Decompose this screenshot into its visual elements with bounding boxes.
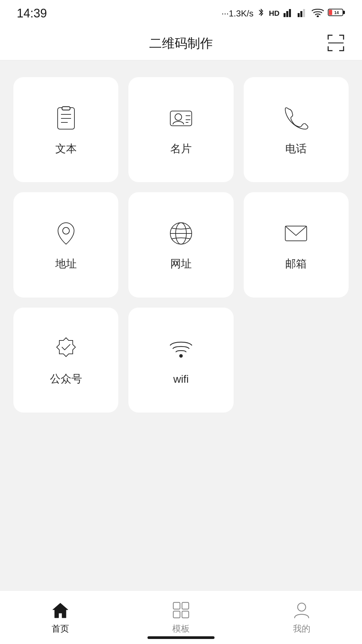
grid-label-phone: 电话 [285,142,307,156]
svg-point-32 [298,603,306,611]
home-icon [50,600,70,620]
template-icon [171,600,191,620]
svg-rect-16 [62,107,70,110]
contact-icon [166,103,196,133]
wifi-status-icon [312,8,324,19]
svg-rect-4 [300,11,302,17]
signal-icon [284,8,294,19]
nav-item-mine[interactable]: 我的 [241,600,362,635]
network-status: ···1.3K/s [222,8,253,19]
status-bar: 14:39 ···1.3K/s HD [0,0,362,27]
user-icon [292,600,312,620]
grid-item-email[interactable]: 邮箱 [244,192,349,297]
grid-label-card: 名片 [170,142,192,156]
grid-item-phone[interactable]: 电话 [244,77,349,182]
location-icon [51,218,81,249]
bottom-nav: 首页 模板 我的 [0,590,362,644]
grid-label-text: 文本 [55,142,77,156]
svg-rect-28 [173,602,180,609]
hd-badge: HD [269,9,280,18]
page-title: 二维码制作 [149,35,213,52]
svg-rect-30 [173,611,180,618]
email-icon [281,218,311,249]
wifi-icon [166,335,196,365]
svg-point-6 [317,16,318,17]
nav-item-home[interactable]: 首页 [0,600,121,635]
grid-item-wifi[interactable]: wifi [128,308,233,413]
grid-label-email: 邮箱 [285,257,307,271]
nav-item-template[interactable]: 模板 [121,600,241,635]
nav-label-home: 首页 [52,623,69,635]
svg-rect-5 [303,9,305,17]
phone-icon [281,103,311,133]
grid-label-wifi: wifi [173,373,189,385]
bluetooth-icon [257,8,265,19]
grid-item-url[interactable]: 网址 [128,192,233,297]
grid-item-address[interactable]: 地址 [13,192,118,297]
main-content: 文本 名片 电话 [0,60,362,429]
grid-item-official[interactable]: 公众号 [13,308,118,413]
svg-point-22 [63,227,69,234]
home-indicator [147,636,215,639]
svg-point-27 [180,355,182,357]
svg-text:14: 14 [334,10,339,15]
signal2-icon [298,8,308,19]
svg-rect-2 [289,9,291,17]
status-icons: ···1.3K/s HD [222,8,345,19]
svg-rect-3 [298,13,300,17]
scan-button[interactable] [326,34,345,54]
svg-rect-0 [284,13,286,17]
nav-label-template: 模板 [172,623,190,635]
grid-label-official: 公众号 [50,372,82,386]
badge-icon [51,333,81,364]
nav-label-mine: 我的 [293,623,310,635]
status-time: 14:39 [17,6,47,20]
svg-rect-1 [286,11,288,17]
qr-type-grid: 文本 名片 电话 [13,77,349,413]
document-icon [51,103,81,133]
svg-rect-31 [182,611,189,618]
svg-point-18 [175,114,182,120]
grid-item-text[interactable]: 文本 [13,77,118,182]
app-header: 二维码制作 [0,27,362,60]
svg-rect-8 [329,10,332,15]
grid-label-address: 地址 [55,257,77,271]
globe-icon [166,218,196,249]
grid-label-url: 网址 [170,257,192,271]
svg-rect-26 [285,226,307,241]
grid-item-card[interactable]: 名片 [128,77,233,182]
battery-icon: 14 [328,8,345,19]
svg-rect-29 [182,602,189,609]
svg-rect-9 [343,11,345,14]
